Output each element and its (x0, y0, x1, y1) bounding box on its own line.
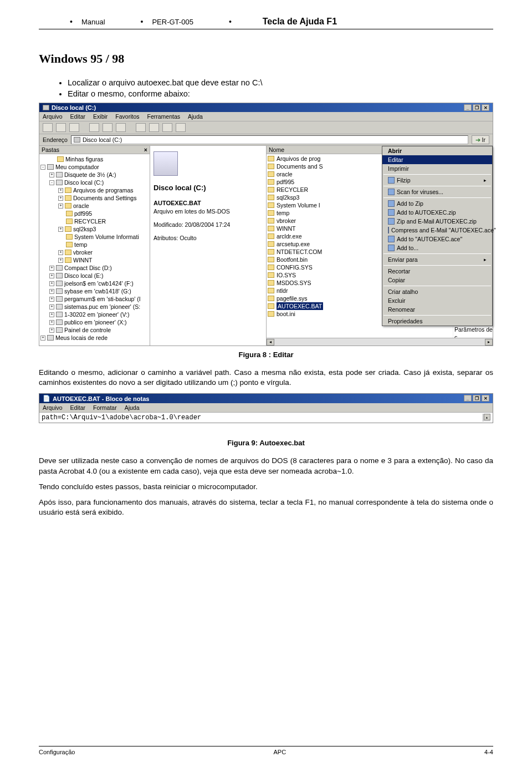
context-menu-item[interactable]: Compress and E-Mail "AUTOEXEC.ace" (382, 226, 492, 235)
menu-item[interactable]: Arquivo (43, 113, 63, 120)
context-menu-item[interactable]: Excluir (382, 296, 492, 305)
delete-button[interactable] (162, 123, 172, 132)
tree-item[interactable]: +Painel de controle (40, 326, 149, 334)
context-menu-item[interactable]: Editar (382, 155, 492, 164)
maximize-button[interactable]: ❐ (473, 395, 480, 402)
expand-icon[interactable]: + (58, 250, 63, 255)
context-menu-item[interactable]: Abrir (382, 146, 492, 155)
menu-item-label: Scan for viruses... (397, 189, 443, 195)
expand-icon[interactable]: + (49, 297, 54, 302)
minimize-button[interactable]: _ (464, 395, 472, 402)
tree-item[interactable]: +Arquivos de programas (40, 186, 149, 194)
expand-icon[interactable]: + (49, 281, 54, 286)
expand-icon[interactable]: + (58, 196, 63, 201)
expand-icon[interactable]: - (49, 180, 54, 185)
window-titlebar[interactable]: 📄 AUTOEXEC.BAT - Bloco de notas _ ❐ ✕ (39, 394, 493, 403)
tree-item[interactable]: +sybase em 'cwb1418' (G:) (40, 287, 149, 295)
notepad-content[interactable]: path=C:\Arquiv~1\adobe\acroba~1.0\reader (42, 414, 201, 421)
expand-icon[interactable]: + (49, 320, 54, 325)
search-button[interactable] (89, 123, 99, 132)
expand-icon[interactable]: + (49, 266, 54, 271)
close-button[interactable]: ✕ (482, 395, 489, 402)
expand-icon[interactable]: + (40, 336, 45, 341)
tree-item[interactable]: +Compact Disc (D:) (40, 264, 149, 272)
tree-item[interactable]: +sistemas.puc em 'pioneer' (S: (40, 303, 149, 311)
expand-icon[interactable]: + (49, 273, 54, 278)
expand-icon[interactable]: + (58, 258, 63, 263)
tree-item[interactable]: +sql2ksp3 (40, 225, 149, 233)
context-menu-item[interactable]: Propriedades (382, 317, 492, 326)
tree-item[interactable]: +WINNT (40, 256, 149, 264)
scroll-up-icon[interactable]: ▴ (484, 414, 490, 420)
maximize-button[interactable]: ❐ (473, 104, 480, 111)
close-button[interactable]: ✕ (482, 104, 489, 111)
undo-button[interactable] (176, 123, 186, 132)
tree-item[interactable]: RECYCLER (40, 217, 149, 225)
tree-item[interactable]: +joelson$ em 'cwb1424' (F:) (40, 280, 149, 287)
tree-item[interactable]: System Volume Informati (40, 233, 149, 241)
context-menu-item[interactable]: Add to Zip (382, 199, 492, 208)
forward-button[interactable] (56, 123, 66, 132)
tree-item[interactable]: +Meus locais de rede (40, 334, 149, 342)
close-tree-button[interactable]: × (144, 146, 147, 153)
context-menu-item[interactable]: Recortar (382, 267, 492, 276)
tree-item[interactable]: +Documents and Settings (40, 194, 149, 202)
tree-item[interactable]: +Disquete de 3½ (A:) (40, 171, 149, 179)
expand-icon[interactable]: + (49, 172, 54, 177)
back-button[interactable] (43, 123, 53, 132)
expand-icon[interactable]: + (58, 188, 63, 193)
window-titlebar[interactable]: Disco local (C:) _ ❐ ✕ (39, 103, 493, 112)
context-menu-item[interactable]: Zip and E-Mail AUTOEXEC.zip (382, 217, 492, 226)
expand-icon[interactable]: - (40, 165, 45, 170)
context-menu-item[interactable]: Add to AUTOEXEC.zip (382, 208, 492, 217)
expand-icon[interactable]: + (49, 328, 54, 333)
menu-item[interactable]: Editar (70, 404, 85, 411)
tree-item[interactable]: Minhas figuras (40, 155, 149, 163)
menu-item[interactable]: Ferramentas (147, 113, 181, 120)
tree-item[interactable]: -Meu computador (40, 163, 149, 171)
context-menu-item[interactable]: Criar atalho (382, 287, 492, 296)
move-button[interactable] (136, 123, 146, 132)
expand-icon[interactable]: + (49, 289, 54, 294)
tree-item[interactable]: temp (40, 241, 149, 248)
menu-item[interactable]: Exibir (93, 113, 108, 120)
menu-item[interactable]: Ajuda (188, 113, 203, 120)
context-menu-item[interactable]: Renomear (382, 305, 492, 314)
address-input[interactable]: Disco local (C:) (71, 135, 468, 144)
menu-item[interactable]: Formatar (93, 404, 117, 411)
context-menu-item[interactable]: Filzip▸ (382, 176, 492, 185)
folders-button[interactable] (103, 123, 112, 132)
tree-item[interactable]: +pergamum$ em 'sti-backup' (I (40, 295, 149, 303)
menu-item[interactable]: Favoritos (115, 113, 139, 120)
go-button[interactable]: ➔ Ir (472, 135, 489, 144)
scroll-left-icon[interactable]: ◂ (267, 339, 274, 346)
context-menu-item[interactable]: Add to... (382, 243, 492, 252)
expand-icon[interactable]: + (58, 204, 63, 209)
tree-item[interactable]: +1-30202 em 'pioneer' (V:) (40, 311, 149, 318)
tree-item[interactable]: -Disco local (C:) (40, 179, 149, 186)
tree-item[interactable]: +vbroker (40, 248, 149, 256)
tree-item[interactable]: pdf995 (40, 210, 149, 217)
copy-button[interactable] (149, 123, 159, 132)
menu-item[interactable]: Ajuda (125, 404, 140, 411)
scroll-right-icon[interactable]: ▸ (485, 339, 493, 346)
context-menu-item[interactable]: Imprimir (382, 164, 492, 173)
context-menu-item[interactable]: Add to "AUTOEXEC.ace" (382, 235, 492, 243)
menu-item[interactable]: Arquivo (43, 404, 63, 411)
menu-item[interactable]: Editar (70, 113, 85, 120)
scrollbar-vertical[interactable]: ▴ (483, 414, 490, 421)
context-menu-item[interactable]: Enviar para▸ (382, 255, 492, 264)
tree-item[interactable]: +publico em 'pioneer' (X:) (40, 318, 149, 326)
context-menu-item[interactable]: Scan for viruses... (382, 187, 492, 196)
tree-item[interactable]: +oracle (40, 202, 149, 210)
expand-icon[interactable]: + (49, 312, 54, 317)
menubar: Arquivo Editar Exibir Favoritos Ferramen… (39, 112, 493, 121)
scrollbar-horizontal[interactable]: ◂ ▸ (267, 338, 493, 346)
expand-icon[interactable]: + (49, 304, 54, 309)
context-menu-item[interactable]: Copiar (382, 276, 492, 285)
minimize-button[interactable]: _ (464, 104, 472, 111)
up-button[interactable] (69, 123, 79, 132)
history-button[interactable] (116, 123, 126, 132)
expand-icon[interactable]: + (58, 227, 63, 232)
tree-item[interactable]: +Disco local (E:) (40, 272, 149, 280)
